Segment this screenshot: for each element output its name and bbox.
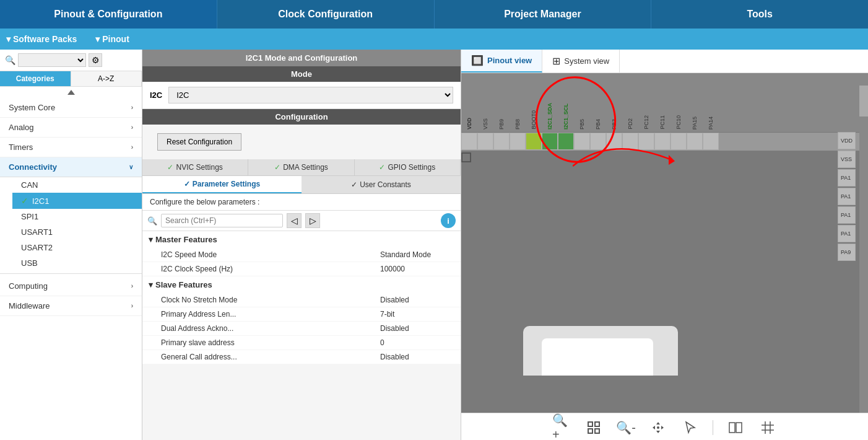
nav-pinout-config[interactable]: Pinout & Configuration xyxy=(0,0,217,29)
i2c-mode-select[interactable]: I2C xyxy=(168,87,453,103)
sub-navigation: ▾ Software Packs ▾ Pinout xyxy=(0,29,868,50)
pin-header-vss: VSS xyxy=(477,79,493,132)
pin-cell-boot0[interactable] xyxy=(526,133,542,150)
next-search-button[interactable]: ▷ xyxy=(305,213,320,228)
right-pin-pa1a[interactable]: PA1 xyxy=(838,169,856,187)
settings-button[interactable]: ⚙ xyxy=(89,53,102,67)
reset-circle-indicator xyxy=(461,152,471,162)
pin-header-pd2: PD2 xyxy=(622,79,638,132)
pin-cell-pa14[interactable] xyxy=(703,133,719,150)
pan-button[interactable] xyxy=(648,418,668,438)
tab-user-constants[interactable]: ✓ User Constants xyxy=(302,176,461,193)
svg-point-5 xyxy=(657,426,659,429)
param-row-general-call: General Call address... Disabled xyxy=(142,350,461,364)
sidebar-sub-item-usb[interactable]: USB xyxy=(12,255,142,271)
pin-cell-pd2[interactable] xyxy=(622,133,638,150)
svg-rect-4 xyxy=(595,429,599,433)
prev-search-button[interactable]: ◁ xyxy=(287,213,302,228)
svg-marker-0 xyxy=(669,155,675,165)
scroll-thumb[interactable] xyxy=(859,86,868,117)
sidebar-sub-item-usart2[interactable]: USART2 xyxy=(12,240,142,255)
tab-pinout-view[interactable]: 🔲 Pinout view xyxy=(461,50,542,73)
scroll-up-button[interactable] xyxy=(67,90,75,95)
pin-cell-pa15[interactable] xyxy=(687,133,703,150)
check-icon: ✓ xyxy=(167,163,173,172)
right-pin-vdd[interactable]: VDD xyxy=(838,132,856,149)
check-icon: ✓ xyxy=(184,180,190,188)
sidebar-item-system-core[interactable]: System Core › xyxy=(0,98,142,118)
pin-header-pb6: I2C1_SCL xyxy=(558,79,574,132)
tab-az[interactable]: A->Z xyxy=(71,71,142,86)
pin-cell-vdd[interactable] xyxy=(461,133,477,150)
group-header-slave-features[interactable]: ▾ Slave Features xyxy=(142,276,461,293)
right-pin-pa1c[interactable]: PA1 xyxy=(838,206,856,224)
chevron-right-icon: › xyxy=(131,302,133,309)
main-layout: 🔍 ⚙ Categories A->Z System Core › Analog xyxy=(0,50,868,440)
pin-cell-pc10[interactable] xyxy=(671,133,687,150)
right-pin-pa9[interactable]: PA9 xyxy=(838,244,856,261)
group-header-master-features[interactable]: ▾ Master Features xyxy=(142,231,461,248)
fit-view-button[interactable] xyxy=(584,418,604,438)
scroll-up-area xyxy=(0,87,142,98)
pin-header-pa14: PA14 xyxy=(703,79,719,132)
split-view-button[interactable] xyxy=(726,418,745,438)
panel-title: I2C1 Mode and Configuration xyxy=(142,50,461,66)
pin-header-pc11: PC11 xyxy=(654,79,671,132)
sidebar-sub-item-usart1[interactable]: USART1 xyxy=(12,224,142,240)
tab-system-view[interactable]: ⊞ System view xyxy=(542,50,620,73)
right-pin-pa1b[interactable]: PA1 xyxy=(838,188,856,205)
tab-gpio-settings[interactable]: ✓ GPIO Settings xyxy=(355,159,461,175)
pin-cell-pc11[interactable] xyxy=(654,133,671,150)
zoom-in-button[interactable]: 🔍+ xyxy=(552,418,571,438)
subnav-pinout[interactable]: ▾ Pinout xyxy=(95,34,129,44)
pin-cell-pb4[interactable] xyxy=(590,133,606,150)
sidebar-sub-item-i2c1[interactable]: ✓ I2C1 xyxy=(12,193,142,209)
pin-cell-pb9[interactable] xyxy=(493,133,510,150)
sidebar-sub-item-can[interactable]: CAN xyxy=(12,177,142,193)
pinout-area: VDD VSS PB9 PB8 BOOT0 I2C1_SDA I xyxy=(461,73,868,413)
chevron-right-icon: › xyxy=(131,124,133,131)
right-pin-pa1d[interactable]: PA1 xyxy=(838,225,856,242)
sidebar-item-computing[interactable]: Computing › xyxy=(0,276,142,296)
pan-icon xyxy=(651,420,666,435)
subnav-software-packs[interactable]: ▾ Software Packs xyxy=(6,34,77,44)
param-row-clock-no-stretch: Clock No Stretch Mode Disabled xyxy=(142,293,461,307)
search-dropdown[interactable] xyxy=(18,53,86,67)
right-pin-vss[interactable]: VSS xyxy=(838,151,856,168)
sidebar: 🔍 ⚙ Categories A->Z System Core › Analog xyxy=(0,50,142,440)
pin-cell-pb7[interactable] xyxy=(542,133,558,150)
nav-project-manager[interactable]: Project Manager xyxy=(435,0,652,29)
nav-clock-config[interactable]: Clock Configuration xyxy=(217,0,435,29)
tab-dma-settings[interactable]: ✓ DMA Settings xyxy=(248,159,354,175)
pin-cell-pc12[interactable] xyxy=(638,133,654,150)
zoom-in-icon: 🔍+ xyxy=(552,413,571,440)
pin-cell-pb5[interactable] xyxy=(574,133,590,150)
i2c-mode-row: I2C I2C xyxy=(142,82,461,109)
select-button[interactable] xyxy=(680,418,700,438)
pin-cell-pb3[interactable] xyxy=(606,133,622,150)
pin-cell-vss[interactable] xyxy=(477,133,493,150)
svg-rect-1 xyxy=(588,422,592,426)
check-icon: ✓ xyxy=(351,180,357,189)
pin-cell-pb8[interactable] xyxy=(510,133,526,150)
info-button[interactable]: i xyxy=(441,213,456,228)
scrollbar-vertical[interactable] xyxy=(859,73,868,413)
sidebar-item-analog[interactable]: Analog › xyxy=(0,118,142,138)
tab-parameter-settings[interactable]: ✓ Parameter Settings xyxy=(142,176,302,193)
zoom-out-button[interactable]: 🔍- xyxy=(616,418,636,438)
params-search-input[interactable] xyxy=(161,214,283,227)
settings-tabs-row: ✓ NVIC Settings ✓ DMA Settings ✓ GPIO Se… xyxy=(142,159,461,176)
sidebar-sub-item-spi1[interactable]: SPI1 xyxy=(12,209,142,224)
pin-cell-pb6[interactable] xyxy=(558,133,574,150)
pin-header-pb9: PB9 xyxy=(493,79,510,132)
sidebar-item-timers[interactable]: Timers › xyxy=(0,138,142,157)
tab-categories[interactable]: Categories xyxy=(0,71,71,86)
pin-header-pc10: PC10 xyxy=(671,79,687,132)
grid-button[interactable] xyxy=(758,418,778,438)
tab-nvic-settings[interactable]: ✓ NVIC Settings xyxy=(142,159,248,175)
sidebar-item-connectivity[interactable]: Connectivity ∨ xyxy=(0,157,142,177)
nav-tools[interactable]: Tools xyxy=(651,0,868,29)
sidebar-item-middleware[interactable]: Middleware › xyxy=(0,296,142,316)
check-icon: ✓ xyxy=(21,196,28,206)
reset-config-button[interactable]: Reset Configuration xyxy=(157,133,241,151)
